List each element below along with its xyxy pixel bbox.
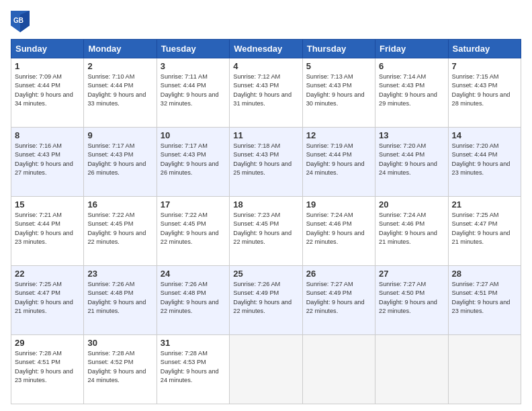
day-info: Sunrise: 7:11 AM Sunset: 4:44 PM Dayligh… (161, 73, 226, 108)
day-info: Sunrise: 7:10 AM Sunset: 4:44 PM Dayligh… (87, 73, 152, 108)
day-number: 22 (15, 269, 80, 279)
calendar-cell: 30Sunrise: 7:28 AM Sunset: 4:52 PM Dayli… (84, 335, 157, 404)
page: GB SundayMondayTuesdayWednesdayThursdayF… (0, 0, 532, 411)
calendar-cell: 24Sunrise: 7:26 AM Sunset: 4:48 PM Dayli… (157, 266, 229, 335)
day-number: 4 (233, 61, 298, 71)
calendar-cell: 6Sunrise: 7:14 AM Sunset: 4:43 PM Daylig… (375, 58, 448, 128)
calendar-cell (230, 335, 302, 404)
calendar-cell: 8Sunrise: 7:16 AM Sunset: 4:43 PM Daylig… (11, 128, 84, 197)
calendar-week-row: 29Sunrise: 7:28 AM Sunset: 4:51 PM Dayli… (11, 335, 521, 404)
day-number: 8 (15, 130, 80, 140)
calendar-cell: 3Sunrise: 7:11 AM Sunset: 4:44 PM Daylig… (157, 58, 229, 128)
calendar-cell: 14Sunrise: 7:20 AM Sunset: 4:44 PM Dayli… (448, 128, 521, 197)
calendar-week-row: 1Sunrise: 7:09 AM Sunset: 4:44 PM Daylig… (11, 58, 521, 128)
calendar-cell: 11Sunrise: 7:18 AM Sunset: 4:43 PM Dayli… (230, 128, 302, 197)
calendar-cell: 5Sunrise: 7:13 AM Sunset: 4:43 PM Daylig… (302, 58, 375, 128)
day-info: Sunrise: 7:27 AM Sunset: 4:51 PM Dayligh… (452, 280, 517, 316)
day-number: 3 (161, 61, 226, 71)
day-number: 25 (233, 269, 298, 279)
calendar-cell: 25Sunrise: 7:26 AM Sunset: 4:49 PM Dayli… (230, 266, 302, 335)
calendar-cell: 1Sunrise: 7:09 AM Sunset: 4:44 PM Daylig… (11, 58, 84, 128)
day-info: Sunrise: 7:14 AM Sunset: 4:43 PM Dayligh… (379, 73, 444, 108)
day-number: 18 (233, 199, 298, 210)
calendar-cell: 17Sunrise: 7:22 AM Sunset: 4:45 PM Dayli… (157, 197, 229, 266)
calendar-week-row: 22Sunrise: 7:25 AM Sunset: 4:47 PM Dayli… (11, 266, 521, 335)
calendar-cell: 29Sunrise: 7:28 AM Sunset: 4:51 PM Dayli… (11, 335, 84, 404)
day-number: 16 (87, 199, 152, 210)
calendar-cell: 10Sunrise: 7:17 AM Sunset: 4:43 PM Dayli… (157, 128, 229, 197)
day-number: 29 (15, 338, 80, 348)
day-number: 23 (87, 269, 152, 279)
day-number: 24 (161, 269, 226, 279)
day-info: Sunrise: 7:27 AM Sunset: 4:49 PM Dayligh… (306, 280, 371, 316)
calendar-cell: 22Sunrise: 7:25 AM Sunset: 4:47 PM Dayli… (11, 266, 84, 335)
calendar-cell: 2Sunrise: 7:10 AM Sunset: 4:44 PM Daylig… (84, 58, 157, 128)
day-number: 2 (87, 61, 152, 71)
calendar-header-row: SundayMondayTuesdayWednesdayThursdayFrid… (11, 40, 521, 58)
day-info: Sunrise: 7:24 AM Sunset: 4:46 PM Dayligh… (379, 211, 444, 246)
column-header-monday: Monday (84, 40, 157, 58)
calendar-cell (302, 335, 375, 404)
day-info: Sunrise: 7:16 AM Sunset: 4:43 PM Dayligh… (15, 142, 80, 177)
day-info: Sunrise: 7:20 AM Sunset: 4:44 PM Dayligh… (452, 142, 517, 177)
calendar-cell: 7Sunrise: 7:15 AM Sunset: 4:43 PM Daylig… (448, 58, 521, 128)
day-info: Sunrise: 7:15 AM Sunset: 4:43 PM Dayligh… (452, 73, 517, 108)
calendar-cell (375, 335, 448, 404)
day-info: Sunrise: 7:26 AM Sunset: 4:48 PM Dayligh… (87, 280, 152, 316)
column-header-tuesday: Tuesday (157, 40, 229, 58)
day-info: Sunrise: 7:23 AM Sunset: 4:45 PM Dayligh… (233, 211, 298, 246)
day-number: 31 (161, 338, 226, 348)
calendar-cell: 9Sunrise: 7:17 AM Sunset: 4:43 PM Daylig… (84, 128, 157, 197)
day-number: 14 (452, 130, 517, 140)
calendar-cell: 28Sunrise: 7:27 AM Sunset: 4:51 PM Dayli… (448, 266, 521, 335)
column-header-sunday: Sunday (11, 40, 84, 58)
day-info: Sunrise: 7:25 AM Sunset: 4:47 PM Dayligh… (452, 211, 517, 246)
svg-text:GB: GB (13, 17, 24, 24)
column-header-saturday: Saturday (448, 40, 521, 58)
logo: GB (11, 11, 32, 32)
day-number: 19 (306, 199, 371, 210)
calendar-cell (448, 335, 521, 404)
calendar-cell: 26Sunrise: 7:27 AM Sunset: 4:49 PM Dayli… (302, 266, 375, 335)
calendar-cell: 23Sunrise: 7:26 AM Sunset: 4:48 PM Dayli… (84, 266, 157, 335)
day-info: Sunrise: 7:26 AM Sunset: 4:48 PM Dayligh… (161, 280, 226, 316)
day-number: 17 (161, 199, 226, 210)
column-header-friday: Friday (375, 40, 448, 58)
column-header-wednesday: Wednesday (230, 40, 302, 58)
calendar-cell: 21Sunrise: 7:25 AM Sunset: 4:47 PM Dayli… (448, 197, 521, 266)
calendar-cell: 18Sunrise: 7:23 AM Sunset: 4:45 PM Dayli… (230, 197, 302, 266)
calendar-week-row: 8Sunrise: 7:16 AM Sunset: 4:43 PM Daylig… (11, 128, 521, 197)
day-info: Sunrise: 7:26 AM Sunset: 4:49 PM Dayligh… (233, 280, 298, 316)
day-number: 9 (87, 130, 152, 140)
day-info: Sunrise: 7:17 AM Sunset: 4:43 PM Dayligh… (161, 142, 226, 177)
day-number: 26 (306, 269, 371, 279)
day-number: 13 (379, 130, 444, 140)
day-info: Sunrise: 7:27 AM Sunset: 4:50 PM Dayligh… (379, 280, 444, 316)
column-header-thursday: Thursday (302, 40, 375, 58)
day-number: 5 (306, 61, 371, 71)
day-info: Sunrise: 7:24 AM Sunset: 4:46 PM Dayligh… (306, 211, 371, 246)
day-info: Sunrise: 7:20 AM Sunset: 4:44 PM Dayligh… (379, 142, 444, 177)
day-info: Sunrise: 7:13 AM Sunset: 4:43 PM Dayligh… (306, 73, 371, 108)
calendar-cell: 12Sunrise: 7:19 AM Sunset: 4:44 PM Dayli… (302, 128, 375, 197)
day-number: 11 (233, 130, 298, 140)
calendar-cell: 16Sunrise: 7:22 AM Sunset: 4:45 PM Dayli… (84, 197, 157, 266)
day-number: 30 (87, 338, 152, 348)
calendar-week-row: 15Sunrise: 7:21 AM Sunset: 4:44 PM Dayli… (11, 197, 521, 266)
day-info: Sunrise: 7:28 AM Sunset: 4:53 PM Dayligh… (161, 349, 226, 385)
day-info: Sunrise: 7:18 AM Sunset: 4:43 PM Dayligh… (233, 142, 298, 177)
logo-icon: GB (11, 11, 30, 32)
day-number: 21 (452, 199, 517, 210)
day-number: 1 (15, 61, 80, 71)
day-info: Sunrise: 7:22 AM Sunset: 4:45 PM Dayligh… (87, 211, 152, 246)
calendar-cell: 31Sunrise: 7:28 AM Sunset: 4:53 PM Dayli… (157, 335, 229, 404)
day-number: 10 (161, 130, 226, 140)
day-number: 7 (452, 61, 517, 71)
day-info: Sunrise: 7:17 AM Sunset: 4:43 PM Dayligh… (87, 142, 152, 177)
calendar-cell: 27Sunrise: 7:27 AM Sunset: 4:50 PM Dayli… (375, 266, 448, 335)
calendar-cell: 13Sunrise: 7:20 AM Sunset: 4:44 PM Dayli… (375, 128, 448, 197)
day-info: Sunrise: 7:28 AM Sunset: 4:51 PM Dayligh… (15, 349, 80, 385)
day-info: Sunrise: 7:28 AM Sunset: 4:52 PM Dayligh… (87, 349, 152, 385)
header: GB (11, 11, 521, 32)
calendar-cell: 15Sunrise: 7:21 AM Sunset: 4:44 PM Dayli… (11, 197, 84, 266)
